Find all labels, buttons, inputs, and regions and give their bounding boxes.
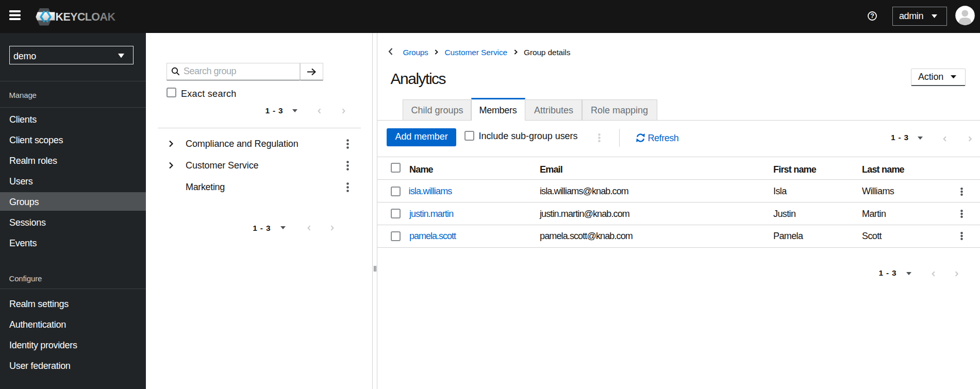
svg-text:KEYCLOAK: KEYCLOAK — [56, 11, 116, 23]
svg-text:?: ? — [870, 12, 874, 20]
